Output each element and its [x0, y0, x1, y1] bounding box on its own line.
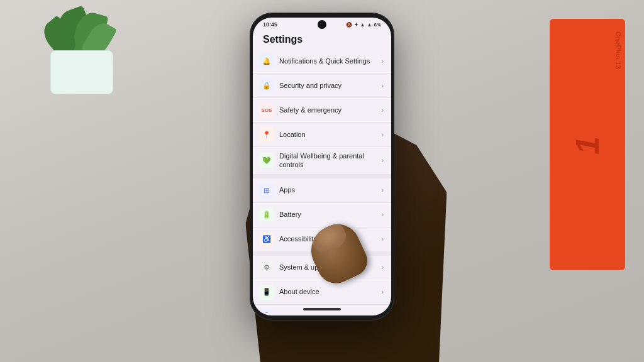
notifications-icon: 🔔: [259, 53, 274, 69]
about-label: About device: [279, 287, 379, 296]
about-icon: 📱: [259, 285, 274, 300]
accessibility-chevron: ›: [382, 236, 384, 243]
wellbeing-chevron: ›: [382, 157, 384, 164]
settings-list-group1: 🔔 Notifications & Quick Settings › 🔒 Sec…: [253, 49, 391, 175]
box-number: 1: [569, 135, 606, 155]
security-label: Security and privacy: [279, 81, 379, 90]
safety-icon: SOS: [259, 102, 274, 118]
apps-label: Apps: [279, 185, 379, 194]
battery-chevron: ›: [382, 211, 384, 218]
notifications-chevron: ›: [382, 58, 384, 65]
plant-decoration: [38, 13, 126, 94]
location-icon: 📍: [259, 127, 274, 142]
wifi-icon: ▲: [360, 22, 365, 28]
product-box: 1 OnePlus 13: [550, 19, 625, 270]
status-time: 10:45: [263, 21, 277, 28]
system-chevron: ›: [382, 264, 384, 271]
apps-icon: ⊞: [259, 183, 274, 198]
location-label: Location: [279, 130, 379, 139]
settings-item-about[interactable]: 📱 About device ›: [253, 280, 391, 305]
battery-icon: 🔋: [259, 207, 274, 222]
users-icon: 👤: [259, 309, 274, 313]
camera-cutout: [318, 20, 326, 29]
settings-item-digital-wellbeing[interactable]: 💚 Digital Wellbeing & parental controls …: [253, 147, 391, 175]
battery-label: Battery: [279, 210, 379, 219]
battery-text: 6%: [374, 22, 381, 28]
settings-item-safety[interactable]: SOS Safety & emergency ›: [253, 98, 391, 123]
apps-chevron: ›: [382, 187, 384, 194]
home-indicator: [303, 308, 341, 310]
about-chevron: ›: [382, 288, 384, 295]
wellbeing-icon: 💚: [259, 153, 274, 168]
notification-icon: 🔕: [346, 22, 352, 28]
wellbeing-label: Digital Wellbeing & parental controls: [279, 151, 379, 170]
accessibility-icon: ♿: [259, 232, 274, 247]
settings-item-location[interactable]: 📍 Location ›: [253, 123, 391, 147]
signal-icon: ▲: [367, 22, 372, 28]
safety-chevron: ›: [382, 107, 384, 114]
settings-title: Settings: [253, 31, 391, 49]
settings-item-apps[interactable]: ⊞ Apps ›: [253, 178, 391, 203]
users-label: Users & accounts: [279, 312, 379, 313]
phone-device: 10:45 🔕 ✦ ▲ ▲ 6% Settings 🔔 Notification…: [250, 13, 394, 321]
security-chevron: ›: [382, 82, 384, 89]
safety-label: Safety & emergency: [279, 106, 379, 114]
security-icon: 🔒: [259, 78, 274, 93]
settings-item-battery[interactable]: 🔋 Battery ›: [253, 203, 391, 228]
location-chevron: ›: [382, 131, 384, 138]
phone-screen: 10:45 🔕 ✦ ▲ ▲ 6% Settings 🔔 Notification…: [253, 18, 391, 315]
settings-item-notifications[interactable]: 🔔 Notifications & Quick Settings ›: [253, 49, 391, 74]
system-icon: ⚙: [259, 260, 274, 275]
settings-item-security[interactable]: 🔒 Security and privacy ›: [253, 74, 391, 98]
bluetooth-icon: ✦: [354, 22, 358, 28]
status-icons: 🔕 ✦ ▲ ▲ 6%: [346, 22, 381, 28]
notifications-label: Notifications & Quick Settings: [279, 57, 379, 65]
brand-label: OnePlus 13: [614, 31, 622, 69]
